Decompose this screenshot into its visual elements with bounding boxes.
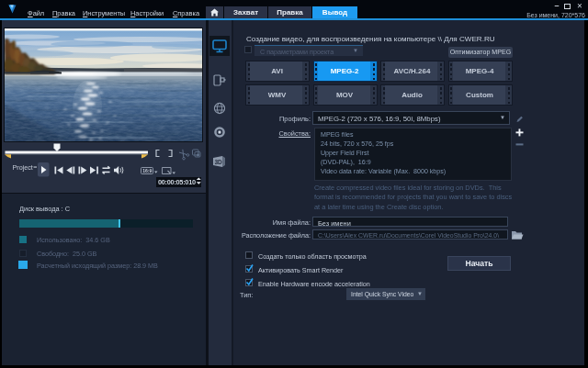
svg-text:3D: 3D: [215, 159, 223, 165]
svg-text:00:00:05:010: 00:00:05:010: [158, 178, 196, 186]
svg-text:Project: Project: [13, 163, 33, 172]
svg-text:16:9: 16:9: [142, 168, 152, 173]
